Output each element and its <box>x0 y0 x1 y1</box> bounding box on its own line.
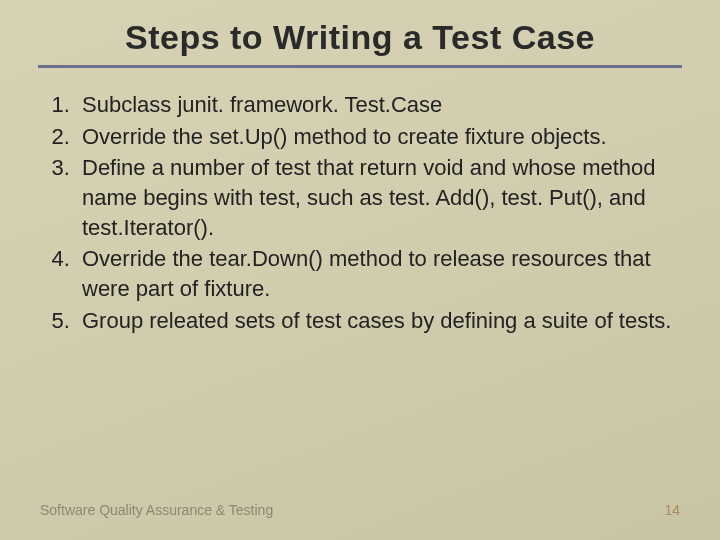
list-item: Override the set.Up() method to create f… <box>76 122 680 152</box>
slide: Steps to Writing a Test Case Subclass ju… <box>0 0 720 540</box>
footer-text: Software Quality Assurance & Testing <box>40 502 273 518</box>
page-number: 14 <box>664 502 680 518</box>
list-item: Define a number of test that return void… <box>76 153 680 242</box>
list-item: Subclass junit. framework. Test.Case <box>76 90 680 120</box>
slide-title: Steps to Writing a Test Case <box>38 18 682 68</box>
steps-list: Subclass junit. framework. Test.Case Ove… <box>44 90 680 336</box>
list-item: Group releated sets of test cases by def… <box>76 306 680 336</box>
list-item: Override the tear.Down() method to relea… <box>76 244 680 303</box>
